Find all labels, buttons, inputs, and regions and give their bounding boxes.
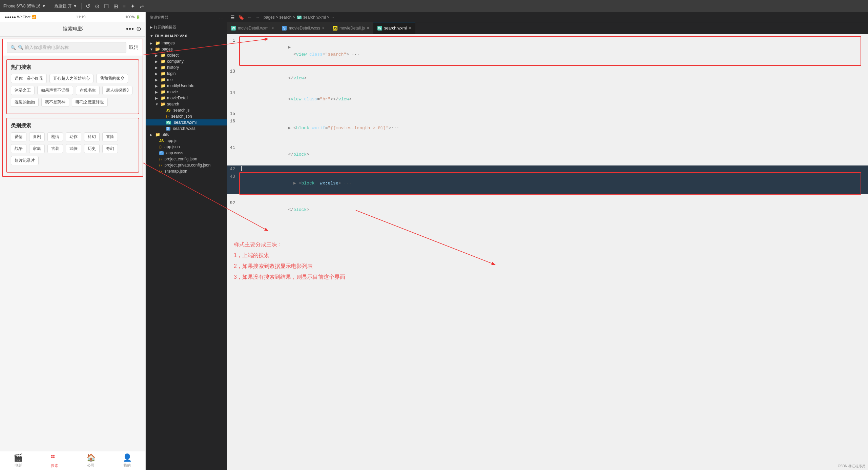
tools-icon[interactable]: ✦ (130, 3, 135, 9)
json-icon3: {} (159, 163, 162, 167)
record-icon[interactable]: ⊙ (95, 3, 99, 9)
menu-icon[interactable]: ≡ (123, 3, 126, 9)
main-layout: ●●●●● WeChat 📶 11:19 100% 🔋 搜索电影 ••• ⊙ (0, 12, 868, 470)
close-tab-moviedetail-js[interactable]: × (367, 26, 369, 31)
search-input-field[interactable]: 🔍 🔍 输入你想看的电影名称 (7, 42, 126, 53)
tag-6[interactable]: 唐人街探案3 (102, 86, 132, 95)
tree-project-config[interactable]: {} project.config.json (146, 156, 227, 162)
hamburger-icon[interactable]: ☰ (230, 15, 235, 20)
bottom-nav-company[interactable]: 🏠 公司 (73, 451, 109, 470)
tree-me[interactable]: ▶ 📁 me (146, 77, 227, 83)
tab-moviedetail-js[interactable]: JS movieDetail.js × (329, 22, 373, 34)
cat-tag-9[interactable]: 武侠 (66, 144, 81, 153)
cat-tag-1[interactable]: 喜剧 (29, 132, 45, 141)
tree-movie[interactable]: ▶ 📁 movie (146, 89, 227, 95)
cat-tag-0[interactable]: 爱情 (11, 132, 26, 141)
search-bar[interactable]: 🔍 🔍 输入你想看的电影名称 取消 (3, 39, 143, 56)
annotation-item-3: 3，如果没有搜索到结果，则显示目前这个界面 (234, 272, 861, 282)
cat-tag-2[interactable]: 剧情 (47, 132, 63, 141)
tab-search-wxml[interactable]: W search.wxml × (373, 22, 415, 34)
cat-tag-6[interactable]: 战争 (11, 144, 26, 153)
tree-pages[interactable]: ▼ 📂 pages (146, 46, 227, 52)
close-tab-moviedetail-wxml[interactable]: × (271, 26, 274, 31)
tag-1[interactable]: 开心超人之英雄的心 (49, 74, 94, 83)
code-area[interactable]: 1 ▶ <view class="search"> ··· 13 (227, 34, 868, 470)
tree-sitemap[interactable]: {} sitemap.json (146, 168, 227, 174)
tree-search-json[interactable]: {} search.json (146, 113, 227, 119)
code-line-13: 13 </view> (227, 68, 868, 89)
bookmark-icon[interactable]: 🔖 (238, 15, 244, 20)
tree-modifyuserinfo[interactable]: ▶ 📁 modifyUserInfo (146, 83, 227, 89)
svg-rect-0 (51, 455, 53, 456)
folder-icon: 📁 (161, 59, 166, 64)
breadcrumb-path: pages > search > W search.wxml > ··· (264, 15, 334, 20)
nav-actions: ••• ⊙ (126, 25, 141, 33)
explorer-more[interactable]: ... (220, 16, 223, 20)
tree-utils[interactable]: ▶ 📁 utils (146, 132, 227, 138)
grid-icon[interactable]: ⊞ (113, 3, 118, 9)
tab-moviedetail-wxss[interactable]: S movieDetail.wxss × (278, 22, 329, 34)
tree-collect[interactable]: ▶ 📁 collect (146, 52, 227, 58)
bottom-nav-movies[interactable]: 🎬 电影 (0, 451, 36, 470)
tag-7[interactable]: 温暖的抱抱 (11, 98, 39, 107)
tag-0[interactable]: 送你一朵小红花 (11, 74, 47, 83)
close-tab-moviedetail-wxss[interactable]: × (322, 26, 325, 31)
code-line-41: 41 </block> (227, 144, 868, 165)
cat-tag-7[interactable]: 家庭 (29, 144, 45, 153)
cat-tag-11[interactable]: 奇幻 (102, 144, 118, 153)
hot-reload-selector[interactable]: 热重载 开 ▼ (54, 3, 77, 9)
folder-icon: 📁 (161, 71, 166, 76)
phone-icon[interactable]: ☐ (104, 3, 109, 9)
device-selector[interactable]: iPhone 6/7/8 85% 16 ▼ (3, 4, 46, 8)
search-placeholder: 🔍 输入你想看的电影名称 (18, 44, 69, 51)
open-editors-section[interactable]: ▶ 打开的编辑器 (146, 23, 227, 32)
tag-4[interactable]: 如果声音不记得 (37, 86, 73, 95)
tag-5[interactable]: 赤狐书生 (76, 86, 100, 95)
tree-images[interactable]: ▶ 📁 images (146, 40, 227, 46)
company-label: 公司 (87, 463, 95, 468)
close-tab-search-wxml[interactable]: × (409, 26, 411, 31)
tree-search-wxml[interactable]: W search.wxml (146, 119, 227, 125)
tag-8[interactable]: 我不是药神 (41, 98, 69, 107)
tag-9[interactable]: 哪吒之魔童降世 (72, 98, 108, 107)
more-dots[interactable]: ••• (126, 25, 134, 33)
tree-app-json[interactable]: {} app.json (146, 144, 227, 150)
tag-3[interactable]: 沐浴之王 (11, 86, 35, 95)
cancel-button[interactable]: 取消 (129, 44, 139, 51)
code-line-43: 43 ▶ <block wx:else> ··· (227, 173, 868, 194)
tree-app-wxss[interactable]: S app.wxss (146, 150, 227, 156)
tree-history[interactable]: ▶ 📁 history (146, 64, 227, 71)
tree-login[interactable]: ▶ 📁 login (146, 71, 227, 77)
attribution: CSDN @汪程序员 (838, 464, 865, 469)
cat-tag-8[interactable]: 古装 (47, 144, 63, 153)
bottom-navigation: 🎬 电影 搜索 🏠 公司 👤 (0, 451, 145, 470)
hot-search-section: 热门搜索 送你一朵小红花 开心超人之英雄的心 我和我的家乡 沐浴之王 如果声音不… (6, 59, 139, 114)
folder-icon: 📂 (155, 47, 160, 52)
tab-moviedetail-wxml[interactable]: W movieDetail.wxml × (227, 22, 278, 34)
tree-moviedetail[interactable]: ▶ 📁 movieDetail (146, 95, 227, 101)
cat-tag-10[interactable]: 历史 (84, 144, 100, 153)
tree-search[interactable]: ▼ 📂 search (146, 101, 227, 107)
cat-tag-4[interactable]: 科幻 (84, 132, 100, 141)
phone-nav-bar: 搜索电影 ••• ⊙ (0, 22, 145, 37)
editor-mini-toolbar: ☰ 🔖 ← → pages > search > W search.wxml >… (227, 12, 868, 22)
tree-search-wxss[interactable]: S search.wxss (146, 125, 227, 132)
camera-icon[interactable]: ⊙ (136, 25, 141, 33)
refresh-icon[interactable]: ↺ (86, 3, 90, 9)
root-folder[interactable]: ▼ FILMUN IAPP V2.0 (146, 32, 227, 40)
tree-project-private[interactable]: {} project.private.config.json (146, 162, 227, 168)
cat-tag-3[interactable]: 动作 (66, 132, 81, 141)
bottom-nav-search[interactable]: 搜索 (36, 451, 73, 470)
nav-icon[interactable]: ⇌ (140, 3, 144, 9)
cat-tag-12[interactable]: 短片纪录片 (11, 156, 39, 165)
cat-tag-5[interactable]: 冒险 (102, 132, 118, 141)
tree-company[interactable]: ▶ 📁 company (146, 58, 227, 64)
bottom-nav-profile[interactable]: 👤 我的 (109, 451, 145, 470)
forward-arrow[interactable]: → (255, 15, 260, 20)
back-arrow[interactable]: ← (247, 15, 252, 20)
annotation-item-2: 2，如果搜索到数据显示电影列表 (234, 261, 861, 272)
svg-rect-1 (53, 455, 55, 456)
tree-app-js[interactable]: JS app.js (146, 138, 227, 144)
tag-2[interactable]: 我和我的家乡 (96, 74, 128, 83)
tree-search-js[interactable]: JS search.js (146, 107, 227, 113)
